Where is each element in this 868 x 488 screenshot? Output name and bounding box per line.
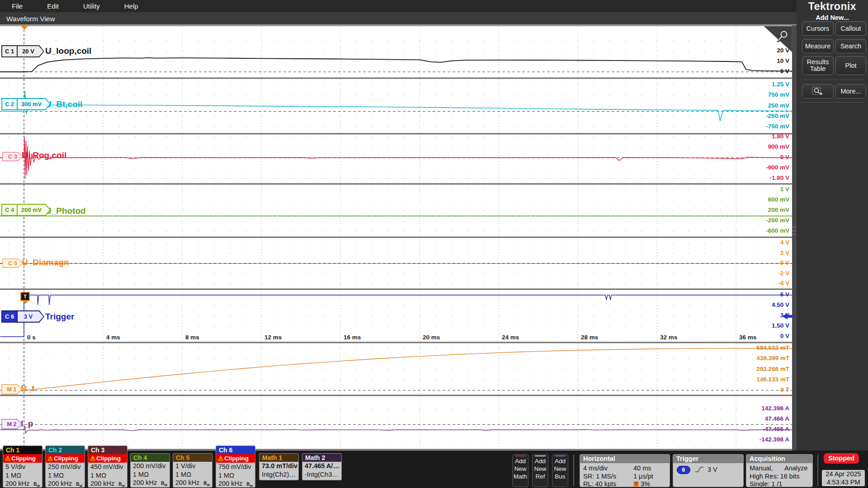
horizontal-span: 40 ms <box>633 465 651 472</box>
bandwidth-icon: BW <box>161 479 167 488</box>
trigger-source-pointer-icon <box>23 301 28 304</box>
channel-card-row: 1 MΩ <box>131 470 170 479</box>
channel-card-row: 450 mV/div <box>88 463 127 471</box>
more-button[interactable]: More... <box>835 84 866 99</box>
search-button[interactable]: Search <box>835 39 866 53</box>
channel-card-row: 1 MΩ <box>3 471 42 480</box>
sidebar-divider <box>800 80 864 80</box>
warning-icon: ⚠ <box>90 455 95 462</box>
math-card-2[interactable]: Math 247.465 A/…-Intg(Ch3… <box>302 453 342 480</box>
math-card-header[interactable]: Math 2 <box>302 454 341 462</box>
channel-card-ch1[interactable]: Ch 1⚠Clipping5 V/div1 MΩ200 kHzBW <box>3 446 42 488</box>
channel-card-row: 1 V/div <box>173 462 212 470</box>
math-card-1[interactable]: Math 173.0 mT/divIntg(Ch2)… <box>259 453 299 480</box>
channel-card-header[interactable]: Ch 5 <box>173 454 212 462</box>
zoom-select-icon <box>812 87 824 96</box>
acq-single: Single: 1 /1 <box>750 480 783 487</box>
channel-card-header[interactable]: Ch 4 <box>131 454 170 462</box>
channel-card-ch4[interactable]: Ch 4200 mV/div1 MΩ200 kHzBW <box>130 453 170 488</box>
plot-button[interactable]: Plot <box>835 56 866 75</box>
waveform-display-area[interactable]: 30 V20 V10 V0 V1.25 V750 mV250 mV-250 mV… <box>0 25 792 450</box>
channel-card-header[interactable]: Ch 2 <box>46 446 85 454</box>
trigger-source-t-badge[interactable]: T <box>20 292 30 301</box>
record-length: RL: 40 kpts <box>583 480 616 487</box>
trace-I_p <box>0 426 793 433</box>
trigger-pane[interactable]: Trigger 6 3 V <box>673 454 744 487</box>
rising-edge-icon <box>695 466 704 473</box>
trigger-position-flag-icon: T <box>633 481 639 487</box>
menu-utility[interactable]: Utility <box>77 2 106 10</box>
channel-card-row: 200 kHzBW <box>3 479 42 488</box>
channel-card-row: 200 kHzBW <box>46 479 85 488</box>
channel-card-row: 200 kHzBW <box>173 479 212 487</box>
trigger-position-icon[interactable] <box>21 26 28 30</box>
bus-accent <box>555 455 566 456</box>
channel-card-ch3[interactable]: Ch 3⚠Clipping450 mV/div1 MΩ200 kHzBW <box>88 446 127 488</box>
channel-card-ch6[interactable]: Ch 6⚠Clipping750 mV/div1 MΩ200 kHzBW <box>216 446 255 488</box>
math-accent <box>515 455 526 456</box>
tab-waveform-view[interactable]: Waveform View <box>6 15 55 23</box>
clipping-warning: Clipping <box>224 455 249 462</box>
sample-rate: SR: 1 MS/s <box>583 473 616 480</box>
zoom-flap-button[interactable] <box>764 25 792 52</box>
bandwidth-icon: BW <box>33 480 40 488</box>
channel-card-row: 1 MΩ <box>173 470 212 479</box>
channel-card-row: 250 mV/div <box>46 463 85 471</box>
channel-card-row: 200 kHzBW <box>131 479 170 487</box>
trace-U_loop,coil <box>0 58 793 72</box>
sample-period: 1 µs/pt <box>633 473 653 480</box>
channel-card-row: 1 MΩ <box>216 471 255 480</box>
measure-button[interactable]: Measure <box>802 39 834 53</box>
math-expression: Intg(Ch2)… <box>259 470 298 479</box>
warning-icon: ⚠ <box>5 455 10 462</box>
sidebar-divider <box>800 102 864 103</box>
channel-card-header[interactable]: Ch 3 <box>88 446 127 454</box>
acquisition-pane[interactable]: Acquisition Manual, Analyze High Res: 16… <box>746 454 813 487</box>
time-text: 4:53:43 PM <box>822 478 865 486</box>
channel-card-row: 5 V/div <box>3 463 42 471</box>
menu-file[interactable]: File <box>5 2 29 10</box>
callout-button[interactable]: Callout <box>835 21 866 36</box>
oscilloscope-app: File Edit Utility Help Waveform View T 3… <box>0 0 868 488</box>
bandwidth-icon: BW <box>76 480 82 488</box>
menu-help[interactable]: Help <box>118 2 145 10</box>
channel-card-ch2[interactable]: Ch 2⚠Clipping250 mV/div1 MΩ200 kHzBW <box>45 446 85 488</box>
channel-card-ch5[interactable]: Ch 51 V/div1 MΩ200 kHzBW <box>173 453 212 488</box>
add-new-math-button[interactable]: AddNewMath <box>512 454 528 487</box>
acq-analyze: Analyze <box>784 465 808 472</box>
waveform-view-tabbar: Waveform View T <box>0 12 797 25</box>
channel-card-header[interactable]: Ch 1 <box>3 446 42 454</box>
cursors-button[interactable]: Cursors <box>802 21 834 36</box>
datetime-display: 24 Apr 2025 4:53:43 PM <box>822 470 865 486</box>
horizontal-scale: 4 ms/div <box>583 465 608 472</box>
trigger-source-pill: 6 <box>677 466 690 474</box>
tektronix-logo: Tektronix <box>797 0 868 13</box>
plot-right-strip <box>792 25 797 450</box>
add-new-ref-button[interactable]: AddNewRef <box>532 454 548 487</box>
horizontal-pane[interactable]: Horizontal 4 ms/div 40 ms SR: 1 MS/s 1 µ… <box>580 454 670 487</box>
warning-icon: ⚠ <box>218 455 223 462</box>
bottom-divider <box>573 455 574 486</box>
trigger-level-value: 3 V <box>708 466 717 473</box>
bandwidth-icon: BW <box>246 480 253 488</box>
run-stop-status-button[interactable]: Stopped <box>824 453 859 464</box>
drag-handle-icon[interactable] <box>793 227 796 237</box>
channel-card-row: 200 kHzBW <box>216 479 255 488</box>
channel-card-header[interactable]: Ch 6 <box>216 446 255 454</box>
math-scale: 73.0 mT/div <box>259 462 298 470</box>
math-card-header[interactable]: Math 1 <box>259 454 298 462</box>
clipping-warning: Clipping <box>11 455 36 462</box>
channel-card-row: 200 kHzBW <box>88 479 127 488</box>
acq-mode: Manual, <box>750 465 773 472</box>
channel-card-row: 1 MΩ <box>88 471 127 480</box>
menu-bar: File Edit Utility Help <box>0 0 797 12</box>
menu-edit[interactable]: Edit <box>41 2 65 10</box>
results-table-button[interactable]: Results Table <box>802 56 834 75</box>
zoom-select-button[interactable] <box>802 84 834 99</box>
bandwidth-icon: BW <box>118 480 125 488</box>
sidebar: Tektronix Add New... Cursors Callout Mea… <box>797 0 868 453</box>
acquisition-title: Acquisition <box>746 455 812 463</box>
add-new-bus-button[interactable]: AddNewBus <box>552 454 568 487</box>
date-text: 24 Apr 2025 <box>822 470 865 478</box>
add-new-title: Add New... <box>797 14 868 21</box>
